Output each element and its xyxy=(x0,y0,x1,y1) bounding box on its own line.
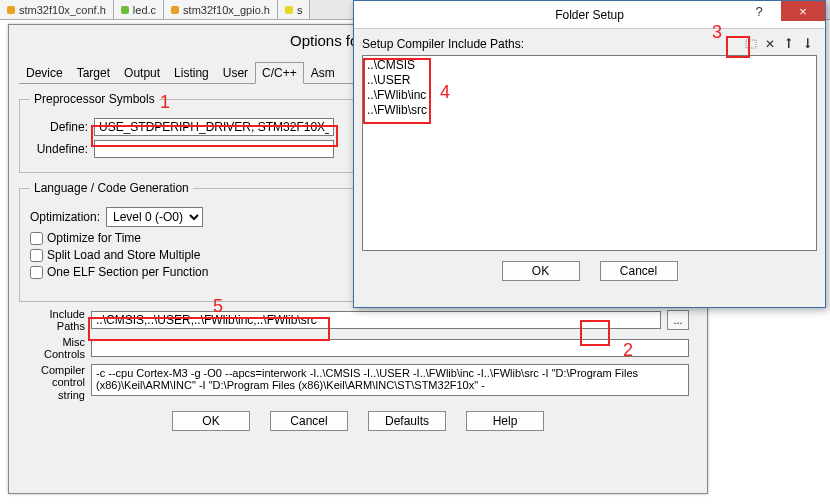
cancel-button[interactable]: Cancel xyxy=(600,261,678,281)
annotation-number: 5 xyxy=(213,296,223,317)
optimization-select[interactable]: Level 0 (-O0) xyxy=(106,207,203,227)
tab-device[interactable]: Device xyxy=(19,62,70,84)
checkbox[interactable] xyxy=(30,232,43,245)
misc-controls-input[interactable] xyxy=(91,339,689,357)
tab-target[interactable]: Target xyxy=(70,62,117,84)
tab-asm[interactable]: Asm xyxy=(304,62,342,84)
file-tab-label: stm32f10x_conf.h xyxy=(19,4,106,16)
tab-c-cpp[interactable]: C/C++ xyxy=(255,62,304,84)
compiler-string-label: Compiler control string xyxy=(27,364,85,400)
defaults-button[interactable]: Defaults xyxy=(368,411,446,431)
annotation-number: 2 xyxy=(623,340,633,361)
undefine-label: Undefine: xyxy=(30,142,88,156)
ok-button[interactable]: OK xyxy=(172,411,250,431)
annotation-number: 4 xyxy=(440,82,450,103)
check-one-elf[interactable]: One ELF Section per Function xyxy=(30,265,348,279)
tab-output[interactable]: Output xyxy=(117,62,167,84)
file-tab[interactable]: led.c xyxy=(114,0,164,19)
check-label: Split Load and Store Multiple xyxy=(47,248,200,262)
list-item[interactable]: ..\CMSIS xyxy=(367,58,812,73)
list-item[interactable]: ..\USER xyxy=(367,73,812,88)
tab-listing[interactable]: Listing xyxy=(167,62,216,84)
file-icon xyxy=(121,6,129,14)
undefine-input[interactable] xyxy=(94,140,334,158)
file-tab-label: stm32f10x_gpio.h xyxy=(183,4,270,16)
file-icon xyxy=(171,6,179,14)
cancel-button[interactable]: Cancel xyxy=(270,411,348,431)
annotation-number: 1 xyxy=(160,92,170,113)
new-folder-icon[interactable] xyxy=(742,35,760,53)
file-tab[interactable]: stm32f10x_conf.h xyxy=(0,0,114,19)
titlebar[interactable]: Folder Setup ? × xyxy=(354,1,825,29)
tab-user[interactable]: User xyxy=(216,62,255,84)
question-icon: ? xyxy=(755,4,762,19)
define-input[interactable] xyxy=(94,118,334,136)
file-tab[interactable]: stm32f10x_gpio.h xyxy=(164,0,278,19)
folder-setup-dialog: Folder Setup ? × Setup Compiler Include … xyxy=(353,0,826,308)
delete-icon[interactable]: ✕ xyxy=(761,35,779,53)
misc-controls-label: Misc Controls xyxy=(27,336,85,360)
help-button[interactable]: Help xyxy=(466,411,544,431)
arrow-up-icon[interactable]: 🠕 xyxy=(780,35,798,53)
file-tab-label: led.c xyxy=(133,4,156,16)
list-item[interactable]: ..\FWlib\inc xyxy=(367,88,812,103)
define-label: Define: xyxy=(30,120,88,134)
ok-button[interactable]: OK xyxy=(502,261,580,281)
preprocessor-legend: Preprocessor Symbols xyxy=(30,92,159,106)
compiler-string-display: -c --cpu Cortex-M3 -g -O0 --apcs=interwo… xyxy=(91,364,689,396)
check-label: One ELF Section per Function xyxy=(47,265,208,279)
codegen-legend: Language / Code Generation xyxy=(30,181,193,195)
check-label: Optimize for Time xyxy=(47,231,141,245)
check-optimize-time[interactable]: Optimize for Time xyxy=(30,231,348,245)
toolbar-label: Setup Compiler Include Paths: xyxy=(362,37,524,51)
file-icon xyxy=(285,6,293,14)
checkbox[interactable] xyxy=(30,266,43,279)
checkbox[interactable] xyxy=(30,249,43,262)
optimization-label: Optimization: xyxy=(30,210,100,224)
close-icon: × xyxy=(799,4,807,19)
file-icon xyxy=(7,6,15,14)
file-tab-label: s xyxy=(297,4,303,16)
svg-rect-0 xyxy=(746,40,756,48)
include-paths-label: Include Paths xyxy=(27,308,85,332)
include-paths-list[interactable]: ..\CMSIS ..\USER ..\FWlib\inc ..\FWlib\s… xyxy=(362,55,817,251)
check-split-load[interactable]: Split Load and Store Multiple xyxy=(30,248,348,262)
close-button[interactable]: × xyxy=(781,1,825,21)
file-tab[interactable]: s xyxy=(278,0,311,19)
include-paths-browse-button[interactable]: ... xyxy=(667,310,689,330)
help-button[interactable]: ? xyxy=(737,1,781,21)
include-paths-input[interactable] xyxy=(91,311,661,329)
arrow-down-icon[interactable]: 🠗 xyxy=(799,35,817,53)
annotation-number: 3 xyxy=(712,22,722,43)
list-item[interactable]: ..\FWlib\src xyxy=(367,103,812,118)
